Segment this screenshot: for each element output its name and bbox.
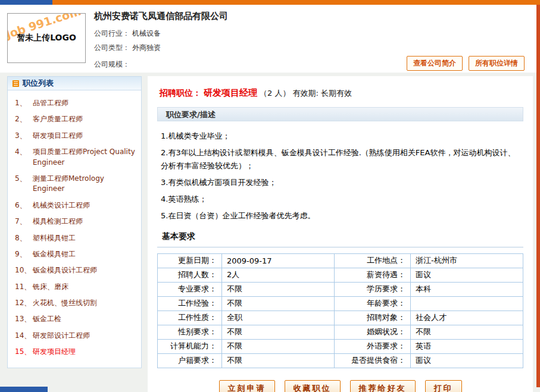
req-label: 是否提供食宿： (335, 353, 411, 368)
section-basic-requirements-header: 基本要求 (157, 231, 523, 247)
req-value: 2人 (222, 268, 335, 282)
job-item-label: 品管工程师 (33, 98, 136, 108)
req-label: 更新日期： (158, 253, 222, 268)
company-type-value: 外商独资 (132, 43, 161, 52)
job-item-label: 项目质量工程师Project Quality Engineer (33, 147, 136, 168)
job-item-label: 研发项目经理 (33, 347, 136, 357)
job-item-number: 7、 (15, 217, 33, 227)
basic-requirements-table: 更新日期：2009-09-17工作地点：浙江-杭州市 招聘人数：2人薪资待遇：面… (157, 253, 523, 368)
recommend-to-friend-button[interactable]: 推荐给好友 (350, 380, 416, 392)
sidebar-job-item[interactable]: 12、火花机、慢丝线切割 (8, 295, 139, 311)
table-row: 计算机能力：不限外语要求：英语 (158, 339, 523, 353)
job-item-number: 14、 (15, 331, 33, 341)
sidebar-job-item[interactable]: 10、钣金模具设计工程师 (8, 262, 139, 278)
req-value: 不限 (222, 325, 335, 339)
header-buttons: 查看公司简介 所有职位详情 (407, 56, 525, 71)
table-row: 性别要求：不限婚姻状况：不限 (158, 325, 523, 339)
sidebar-job-item[interactable]: 11、铣床、磨床 (8, 279, 139, 295)
req-label: 专业要求： (158, 282, 222, 296)
desc-line: 5.在日资（台资）企业工作经验者优先考虑。 (161, 209, 522, 222)
company-scale-label: 公司规模： (94, 60, 130, 68)
apply-now-button[interactable]: 立刻申请 (219, 380, 275, 392)
req-value: 不限 (222, 353, 335, 368)
sidebar-job-item[interactable]: 13、钣金工检 (8, 311, 139, 327)
req-label: 婚姻状况： (335, 325, 411, 339)
job-item-label: 测量工程师Metrology Engineer (33, 174, 136, 195)
req-label: 户籍要求： (158, 353, 222, 368)
sidebar-job-item[interactable]: 6、机械类设计工程师 (8, 197, 139, 214)
company-type-line: 公司类型：外商独资 (94, 43, 161, 53)
req-label: 工作性质： (158, 311, 222, 325)
sidebar-job-item[interactable]: 2、客户质量工程师 (8, 111, 139, 127)
req-value: 英语 (411, 339, 523, 353)
job-detail-panel: 招聘职位：研发项目经理（2 人）有效期: 长期有效 职位要求/描述 1.机械类专… (148, 76, 533, 392)
table-row: 工作经验：不限年龄要求： (158, 296, 523, 311)
job-item-label: 钣金模具设计工程师 (33, 265, 136, 275)
top-accent-bar (0, 0, 540, 5)
job-label: 招聘职位： (160, 88, 201, 98)
top-accent-blue (0, 0, 52, 5)
company-industry-label: 公司行业： (94, 29, 130, 37)
job-list-sidebar: 职位列表 1、品管工程师 2、客户质量工程师 3、研发项目工程师 4、项目质量工… (7, 76, 142, 368)
req-value: 不限 (222, 296, 335, 311)
job-item-number: 6、 (15, 200, 33, 211)
sidebar-job-item[interactable]: 1、品管工程师 (8, 95, 139, 111)
sidebar-job-item[interactable]: 9、钣金模具钳工 (8, 246, 139, 262)
job-item-number: 9、 (15, 249, 33, 259)
req-label: 学历要求： (335, 282, 411, 296)
desc-line: 1.机械类专业毕业； (161, 130, 522, 143)
job-item-label: 钣金工检 (33, 314, 136, 324)
save-job-button[interactable]: 收藏职位 (285, 380, 341, 392)
sidebar-job-item[interactable]: 8、塑料模具钳工 (8, 230, 139, 246)
job-item-label: 钣金模具钳工 (33, 249, 136, 259)
req-value (411, 296, 523, 311)
req-value: 面议 (411, 353, 523, 368)
table-row: 工作性质：全职招聘对象：社会人才 (158, 311, 523, 325)
sidebar-title: 职位列表 (23, 78, 54, 89)
desc-line: 4.英语熟练； (161, 193, 522, 206)
print-button[interactable]: 打印 (425, 380, 462, 392)
req-value: 不限 (222, 339, 335, 353)
sidebar-job-item[interactable]: 3、研发项目工程师 (8, 128, 139, 144)
job-item-number: 12、 (15, 298, 33, 308)
company-header: Job 991.com 暂未上传LOGO 杭州安费诺飞凤通信部品有限公司 公司行… (0, 5, 536, 73)
req-value: 本科 (411, 282, 523, 296)
bottom-accent-bar (0, 387, 48, 392)
all-jobs-button[interactable]: 所有职位详情 (469, 56, 525, 71)
logo-placeholder-text: 暂未上传LOGO (17, 33, 76, 43)
sidebar-job-item[interactable]: 14、研发部设计工程师 (8, 328, 139, 344)
req-value: 浙江-杭州市 (411, 253, 523, 268)
req-label: 工作经验： (158, 296, 222, 311)
req-value: 全职 (222, 311, 335, 325)
job-item-number: 1、 (15, 98, 33, 108)
desc-line: 3.有类似机械方面项目开发经验； (161, 176, 522, 189)
table-row: 更新日期：2009-09-17工作地点：浙江-杭州市 (158, 253, 523, 268)
job-item-number: 4、 (15, 147, 33, 168)
job-item-label: 客户质量工程师 (33, 114, 136, 124)
job-item-label: 研发部设计工程师 (33, 331, 136, 341)
section-description-header: 职位要求/描述 (157, 107, 523, 121)
req-label: 招聘人数： (158, 268, 222, 282)
sidebar-job-item[interactable]: 4、项目质量工程师Project Quality Engineer (8, 144, 139, 171)
sidebar-job-item-active[interactable]: 15、研发项目经理 (8, 344, 139, 360)
company-logo-placeholder: Job 991.com 暂未上传LOGO (7, 13, 86, 63)
job-item-label: 机械类设计工程师 (33, 200, 136, 211)
req-label: 招聘对象： (335, 311, 411, 325)
job-item-label: 铣床、磨床 (33, 282, 136, 292)
req-value: 不限 (411, 325, 523, 339)
list-icon (13, 80, 19, 87)
sidebar-job-item[interactable]: 5、测量工程师Metrology Engineer (8, 171, 139, 197)
job-validity: 有效期: 长期有效 (292, 89, 352, 98)
job-item-number: 11、 (15, 282, 33, 292)
job-item-label: 研发项目工程师 (33, 131, 136, 141)
job-item-number: 2、 (15, 114, 33, 124)
req-value: 社会人才 (411, 311, 523, 325)
sidebar-job-item[interactable]: 7、模具检测工程师 (8, 214, 139, 230)
job-item-number: 3、 (15, 131, 33, 141)
table-row: 招聘人数：2人薪资待遇：面议 (158, 268, 523, 282)
company-type-label: 公司类型： (94, 43, 130, 52)
view-company-profile-button[interactable]: 查看公司简介 (407, 56, 463, 71)
company-scale-line: 公司规模： (94, 59, 132, 70)
content-area: 职位列表 1、品管工程师 2、客户质量工程师 3、研发项目工程师 4、项目质量工… (7, 76, 533, 392)
req-label: 外语要求： (335, 339, 411, 353)
